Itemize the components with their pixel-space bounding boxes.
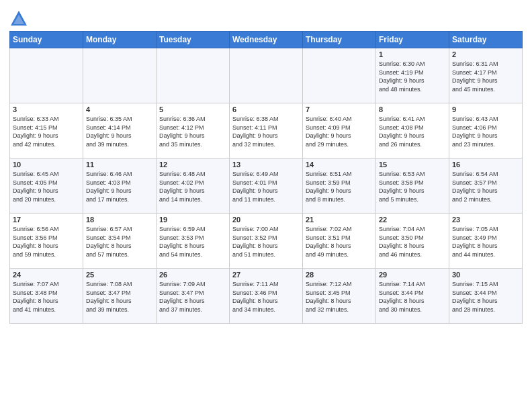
day-number: 17	[13, 216, 80, 224]
day-cell: 1Sunrise: 6:30 AM Sunset: 4:19 PM Daylig…	[376, 48, 449, 103]
header-cell-saturday: Saturday	[449, 32, 523, 48]
day-cell: 26Sunrise: 7:09 AM Sunset: 3:47 PM Dayli…	[157, 269, 230, 324]
day-cell: 27Sunrise: 7:11 AM Sunset: 3:46 PM Dayli…	[230, 269, 303, 324]
week-row-4: 24Sunrise: 7:07 AM Sunset: 3:48 PM Dayli…	[10, 269, 523, 324]
day-cell: 17Sunrise: 6:56 AM Sunset: 3:56 PM Dayli…	[10, 214, 83, 269]
day-info: Sunrise: 7:00 AM Sunset: 3:52 PM Dayligh…	[232, 225, 300, 259]
day-number: 23	[452, 216, 519, 224]
day-cell: 29Sunrise: 7:14 AM Sunset: 3:44 PM Dayli…	[376, 269, 449, 324]
day-number: 4	[86, 105, 153, 113]
day-info: Sunrise: 7:02 AM Sunset: 3:51 PM Dayligh…	[306, 225, 373, 259]
day-cell: 30Sunrise: 7:15 AM Sunset: 3:44 PM Dayli…	[449, 269, 523, 324]
day-number: 13	[232, 161, 300, 169]
header-cell-monday: Monday	[83, 32, 157, 48]
day-cell	[230, 48, 303, 103]
day-number: 2	[452, 50, 519, 58]
day-info: Sunrise: 7:04 AM Sunset: 3:50 PM Dayligh…	[379, 225, 446, 259]
day-cell: 3Sunrise: 6:33 AM Sunset: 4:15 PM Daylig…	[10, 103, 83, 158]
day-cell: 28Sunrise: 7:12 AM Sunset: 3:45 PM Dayli…	[303, 269, 376, 324]
day-number: 26	[159, 271, 226, 279]
day-info: Sunrise: 6:49 AM Sunset: 4:01 PM Dayligh…	[232, 170, 300, 203]
day-number: 20	[232, 216, 300, 224]
day-number: 3	[13, 105, 80, 113]
day-cell: 25Sunrise: 7:08 AM Sunset: 3:47 PM Dayli…	[83, 269, 157, 324]
week-row-2: 10Sunrise: 6:45 AM Sunset: 4:05 PM Dayli…	[10, 158, 523, 214]
calendar-body: 1Sunrise: 6:30 AM Sunset: 4:19 PM Daylig…	[10, 48, 523, 324]
day-cell: 18Sunrise: 6:57 AM Sunset: 3:54 PM Dayli…	[83, 214, 157, 269]
day-info: Sunrise: 7:14 AM Sunset: 3:44 PM Dayligh…	[379, 280, 446, 314]
day-number: 10	[13, 161, 80, 169]
day-info: Sunrise: 6:38 AM Sunset: 4:11 PM Dayligh…	[232, 115, 300, 148]
day-info: Sunrise: 6:40 AM Sunset: 4:09 PM Dayligh…	[306, 115, 373, 148]
day-cell	[83, 48, 157, 103]
day-cell: 14Sunrise: 6:51 AM Sunset: 3:59 PM Dayli…	[303, 158, 376, 214]
day-cell: 2Sunrise: 6:31 AM Sunset: 4:17 PM Daylig…	[449, 48, 523, 103]
day-number: 15	[379, 161, 446, 169]
day-info: Sunrise: 6:41 AM Sunset: 4:08 PM Dayligh…	[379, 115, 446, 148]
day-cell: 12Sunrise: 6:48 AM Sunset: 4:02 PM Dayli…	[157, 158, 230, 214]
day-number: 19	[159, 216, 226, 224]
day-info: Sunrise: 6:45 AM Sunset: 4:05 PM Dayligh…	[13, 170, 80, 203]
day-info: Sunrise: 6:56 AM Sunset: 3:56 PM Dayligh…	[13, 225, 80, 259]
day-info: Sunrise: 7:07 AM Sunset: 3:48 PM Dayligh…	[13, 280, 80, 314]
day-number: 11	[86, 161, 153, 169]
day-info: Sunrise: 7:08 AM Sunset: 3:47 PM Dayligh…	[86, 280, 153, 314]
day-number: 21	[306, 216, 373, 224]
day-number: 6	[232, 105, 300, 113]
day-number: 28	[306, 271, 373, 279]
day-cell: 9Sunrise: 6:43 AM Sunset: 4:06 PM Daylig…	[449, 103, 523, 158]
header-row: SundayMondayTuesdayWednesdayThursdayFrid…	[10, 32, 523, 48]
day-cell	[157, 48, 230, 103]
day-info: Sunrise: 6:48 AM Sunset: 4:02 PM Dayligh…	[159, 170, 226, 203]
day-cell	[10, 48, 83, 103]
day-cell: 20Sunrise: 7:00 AM Sunset: 3:52 PM Dayli…	[230, 214, 303, 269]
day-info: Sunrise: 6:51 AM Sunset: 3:59 PM Dayligh…	[306, 170, 373, 203]
calendar-header: SundayMondayTuesdayWednesdayThursdayFrid…	[10, 32, 523, 48]
day-info: Sunrise: 6:31 AM Sunset: 4:17 PM Dayligh…	[452, 60, 519, 93]
day-cell: 21Sunrise: 7:02 AM Sunset: 3:51 PM Dayli…	[303, 214, 376, 269]
week-row-3: 17Sunrise: 6:56 AM Sunset: 3:56 PM Dayli…	[10, 214, 523, 269]
day-cell: 13Sunrise: 6:49 AM Sunset: 4:01 PM Dayli…	[230, 158, 303, 214]
day-number: 30	[452, 271, 519, 279]
day-info: Sunrise: 6:46 AM Sunset: 4:03 PM Dayligh…	[86, 170, 153, 203]
day-info: Sunrise: 6:33 AM Sunset: 4:15 PM Dayligh…	[13, 115, 80, 148]
header-cell-wednesday: Wednesday	[230, 32, 303, 48]
day-number: 5	[159, 105, 226, 113]
day-info: Sunrise: 6:30 AM Sunset: 4:19 PM Dayligh…	[379, 60, 446, 93]
header-cell-sunday: Sunday	[10, 32, 83, 48]
day-cell: 7Sunrise: 6:40 AM Sunset: 4:09 PM Daylig…	[303, 103, 376, 158]
header-cell-friday: Friday	[376, 32, 449, 48]
day-cell: 11Sunrise: 6:46 AM Sunset: 4:03 PM Dayli…	[83, 158, 157, 214]
logo-icon	[9, 9, 28, 28]
day-number: 8	[379, 105, 446, 113]
day-cell: 23Sunrise: 7:05 AM Sunset: 3:49 PM Dayli…	[449, 214, 523, 269]
day-cell: 15Sunrise: 6:53 AM Sunset: 3:58 PM Dayli…	[376, 158, 449, 214]
day-cell: 22Sunrise: 7:04 AM Sunset: 3:50 PM Dayli…	[376, 214, 449, 269]
day-info: Sunrise: 6:43 AM Sunset: 4:06 PM Dayligh…	[452, 115, 519, 148]
day-cell: 16Sunrise: 6:54 AM Sunset: 3:57 PM Dayli…	[449, 158, 523, 214]
day-info: Sunrise: 6:36 AM Sunset: 4:12 PM Dayligh…	[159, 115, 226, 148]
day-number: 22	[379, 216, 446, 224]
day-info: Sunrise: 6:59 AM Sunset: 3:53 PM Dayligh…	[159, 225, 226, 259]
day-cell: 5Sunrise: 6:36 AM Sunset: 4:12 PM Daylig…	[157, 103, 230, 158]
header	[9, 7, 523, 28]
week-row-0: 1Sunrise: 6:30 AM Sunset: 4:19 PM Daylig…	[10, 48, 523, 103]
day-info: Sunrise: 6:53 AM Sunset: 3:58 PM Dayligh…	[379, 170, 446, 203]
day-number: 27	[232, 271, 300, 279]
day-info: Sunrise: 7:15 AM Sunset: 3:44 PM Dayligh…	[452, 280, 519, 314]
day-number: 7	[306, 105, 373, 113]
logo	[9, 9, 31, 28]
day-cell: 8Sunrise: 6:41 AM Sunset: 4:08 PM Daylig…	[376, 103, 449, 158]
day-cell: 24Sunrise: 7:07 AM Sunset: 3:48 PM Dayli…	[10, 269, 83, 324]
day-number: 16	[452, 161, 519, 169]
day-cell: 6Sunrise: 6:38 AM Sunset: 4:11 PM Daylig…	[230, 103, 303, 158]
day-number: 12	[159, 161, 226, 169]
day-number: 18	[86, 216, 153, 224]
day-number: 25	[86, 271, 153, 279]
day-number: 9	[452, 105, 519, 113]
day-number: 24	[13, 271, 80, 279]
day-cell	[303, 48, 376, 103]
day-info: Sunrise: 7:11 AM Sunset: 3:46 PM Dayligh…	[232, 280, 300, 314]
day-number: 1	[379, 50, 446, 58]
week-row-1: 3Sunrise: 6:33 AM Sunset: 4:15 PM Daylig…	[10, 103, 523, 158]
